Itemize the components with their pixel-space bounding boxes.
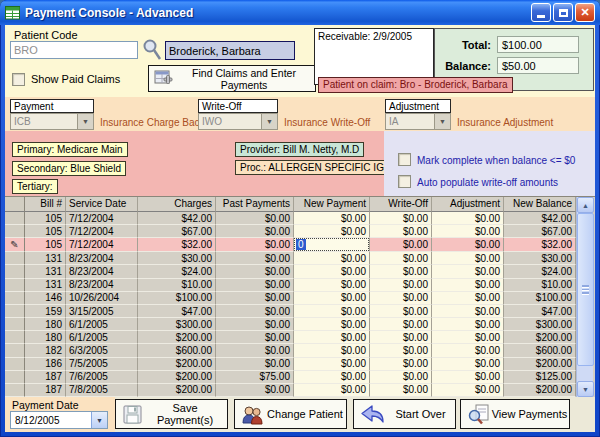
grid-cell[interactable]: $0.00	[216, 225, 294, 238]
search-icon[interactable]	[142, 38, 162, 63]
grid-cell[interactable]: $0.00	[294, 331, 370, 344]
pencil-icon[interactable]: ✎	[5, 238, 25, 252]
grid-cell[interactable]: $0.00	[432, 225, 504, 238]
grid-cell[interactable]: $24.00	[504, 265, 576, 278]
save-payments-button[interactable]: Save Payment(s)	[115, 399, 228, 429]
grid-cell[interactable]: $200.00	[504, 358, 576, 371]
grid-cell[interactable]: $0.00	[370, 238, 432, 252]
grid-cell[interactable]: $0.00	[294, 358, 370, 371]
grid-cell[interactable]: $24.00	[138, 265, 216, 278]
grid-cell[interactable]: $300.00	[504, 318, 576, 331]
auto-populate-checkbox[interactable]	[398, 175, 411, 188]
column-header[interactable]: New Payment	[294, 197, 370, 212]
grid-cell[interactable]: 0	[294, 238, 370, 252]
grid-cell[interactable]: 105	[25, 225, 66, 238]
grid-cell[interactable]: 180	[25, 318, 66, 331]
row-selector[interactable]	[5, 292, 25, 305]
row-selector[interactable]	[5, 358, 25, 371]
grid-cell[interactable]: 7/8/2005	[66, 384, 138, 397]
grid-cell[interactable]: 180	[25, 331, 66, 344]
grid-cell[interactable]: $47.00	[504, 305, 576, 318]
grid-cell[interactable]: 159	[25, 305, 66, 318]
new-payment-edit-input[interactable]: 0	[294, 238, 369, 251]
grid-cell[interactable]: 105	[25, 238, 66, 252]
grid-cell[interactable]: $200.00	[138, 331, 216, 344]
grid-cell[interactable]: $0.00	[432, 331, 504, 344]
grid-cell[interactable]: $0.00	[216, 212, 294, 225]
grid-cell[interactable]: $10.00	[504, 279, 576, 292]
mark-complete-checkbox[interactable]	[398, 153, 411, 166]
grid-cell[interactable]: $0.00	[370, 305, 432, 318]
row-selector[interactable]	[5, 384, 25, 397]
grid-corner-cell[interactable]	[5, 197, 25, 212]
grid-cell[interactable]: $32.00	[138, 238, 216, 252]
grid-cell[interactable]: $0.00	[216, 331, 294, 344]
grid-cell[interactable]: $0.00	[432, 238, 504, 252]
grid-cell[interactable]: $42.00	[504, 212, 576, 225]
minimize-button[interactable]	[531, 3, 551, 22]
grid-cell[interactable]: 182	[25, 344, 66, 357]
maximize-button[interactable]	[553, 3, 573, 22]
grid-cell[interactable]: $42.00	[138, 212, 216, 225]
scroll-down-arrow-icon[interactable]: ▼	[577, 381, 594, 397]
writeoff-code-dropdown[interactable]: IWO ▼	[198, 113, 278, 130]
grid-cell[interactable]: $125.00	[504, 371, 576, 384]
grid-cell[interactable]: $0.00	[432, 305, 504, 318]
grid-cell[interactable]: $0.00	[370, 371, 432, 384]
close-button[interactable]: ✕	[575, 3, 595, 22]
grid-cell[interactable]: $67.00	[138, 225, 216, 238]
grid-cell[interactable]: 7/5/2005	[66, 358, 138, 371]
grid-cell[interactable]: $32.00	[504, 238, 576, 252]
grid-cell[interactable]: $0.00	[370, 279, 432, 292]
grid-cell[interactable]: 131	[25, 252, 66, 265]
grid-cell[interactable]: $10.00	[138, 279, 216, 292]
grid-cell[interactable]: 8/23/2004	[66, 265, 138, 278]
grid-cell[interactable]: $0.00	[370, 331, 432, 344]
row-selector[interactable]	[5, 225, 25, 238]
row-selector[interactable]	[5, 318, 25, 331]
grid-cell[interactable]: $0.00	[370, 384, 432, 397]
grid-cell[interactable]: $0.00	[370, 265, 432, 278]
adjustment-dropdown-arrow-icon[interactable]: ▼	[434, 114, 450, 129]
grid-cell[interactable]: $100.00	[504, 292, 576, 305]
grid-cell[interactable]: $0.00	[294, 371, 370, 384]
grid-cell[interactable]: $0.00	[294, 252, 370, 265]
grid-cell[interactable]: $0.00	[294, 305, 370, 318]
grid-cell[interactable]: 105	[25, 212, 66, 225]
payment-dropdown-arrow-icon[interactable]: ▼	[77, 114, 93, 129]
grid-cell[interactable]: $200.00	[138, 384, 216, 397]
grid-cell[interactable]: $200.00	[138, 371, 216, 384]
grid-cell[interactable]: $0.00	[216, 305, 294, 318]
grid-cell[interactable]: $0.00	[432, 371, 504, 384]
payment-code-dropdown[interactable]: ICB ▼	[10, 113, 94, 130]
payment-date-combo[interactable]: 8/12/2005 ▼	[10, 411, 108, 429]
grid-cell[interactable]: 131	[25, 265, 66, 278]
grid-cell[interactable]: $0.00	[216, 358, 294, 371]
grid-cell[interactable]: $0.00	[370, 212, 432, 225]
change-patient-button[interactable]: Change Patient	[234, 399, 347, 429]
grid-cell[interactable]: 187	[25, 384, 66, 397]
row-selector[interactable]	[5, 305, 25, 318]
patient-code-input[interactable]: BRO	[10, 41, 138, 59]
grid-cell[interactable]: $600.00	[138, 344, 216, 357]
grid-cell[interactable]: 3/15/2005	[66, 305, 138, 318]
grid-cell[interactable]: $0.00	[216, 318, 294, 331]
grid-cell[interactable]: $47.00	[138, 305, 216, 318]
grid-cell[interactable]: 186	[25, 358, 66, 371]
grid-cell[interactable]: $0.00	[294, 225, 370, 238]
column-header[interactable]: Past Payments	[216, 197, 294, 212]
grid-cell[interactable]: 8/23/2004	[66, 252, 138, 265]
grid-cell[interactable]: $200.00	[138, 358, 216, 371]
grid-cell[interactable]: 10/26/2004	[66, 292, 138, 305]
grid-cell[interactable]: $0.00	[216, 344, 294, 357]
grid-cell[interactable]: $0.00	[370, 358, 432, 371]
grid-cell[interactable]: 7/12/2004	[66, 212, 138, 225]
grid-cell[interactable]: $0.00	[294, 279, 370, 292]
grid-cell[interactable]: $0.00	[370, 318, 432, 331]
row-selector[interactable]	[5, 331, 25, 344]
grid-cell[interactable]: $0.00	[432, 292, 504, 305]
row-selector[interactable]	[5, 252, 25, 265]
grid-cell[interactable]: $0.00	[294, 265, 370, 278]
grid-cell[interactable]: 7/12/2004	[66, 225, 138, 238]
grid-cell[interactable]: $0.00	[432, 318, 504, 331]
